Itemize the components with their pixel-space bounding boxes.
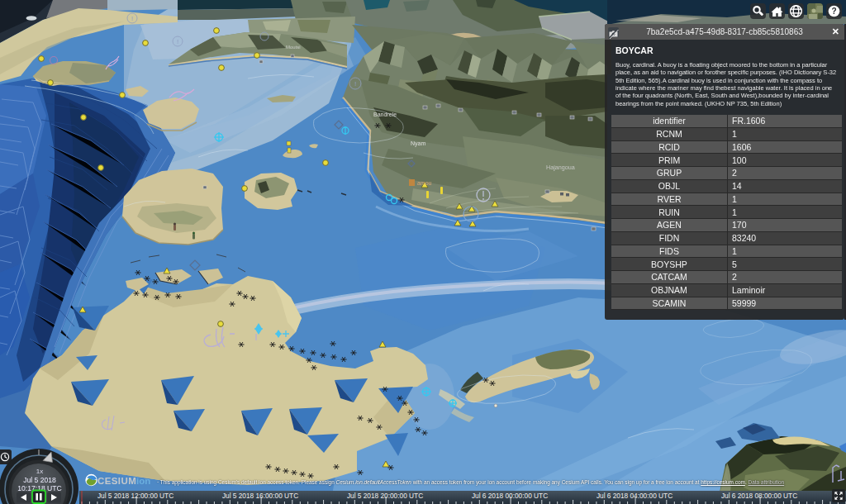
svg-text:Jul 5 2018: Jul 5 2018 [23,476,56,484]
svg-text:Moutsi: Moutsi [286,45,301,50]
svg-text:amou: amou [417,180,432,186]
svg-text:?: ? [831,7,836,16]
svg-text:!: ! [177,38,178,45]
svg-text:CESIUM: CESIUM [97,476,136,486]
svg-text:Nyam: Nyam [411,140,425,147]
svg-text:ion: ion [136,476,150,486]
svg-text:Bandrele: Bandrele [373,112,397,117]
svg-text:!: ! [131,15,133,22]
svg-text:Hajangoua: Hajangoua [546,164,575,171]
svg-text:!: ! [354,80,356,88]
svg-text:1x: 1x [36,468,43,475]
